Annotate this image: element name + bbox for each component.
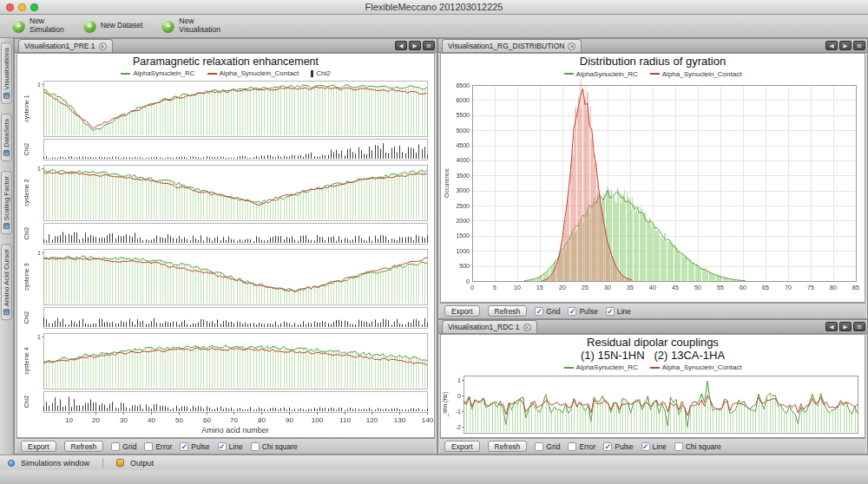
pre-controls: Export Refresh Grid Error Pulse Line Chi… [16, 438, 435, 454]
chi-square-checkbox[interactable]: Chi square [251, 442, 298, 451]
sidebar-item-label: Amino Acid Cursor [3, 249, 10, 306]
sidebar-item-visualisations[interactable]: Visualisations [1, 43, 12, 104]
checkbox-box[interactable] [535, 307, 543, 316]
window-close-button[interactable] [6, 3, 14, 11]
grid-checkbox[interactable]: Grid [535, 307, 560, 316]
checkbox-label: Chi square [262, 442, 298, 451]
tab-label: Visualisation1_RG_DISTRIBUTION [448, 42, 564, 50]
tab-list-button[interactable]: ⊞ [423, 41, 435, 50]
checkbox-box[interactable] [606, 307, 615, 316]
tab-visualisation1-rdc1[interactable]: Visualisation1_RDC 1 × [442, 320, 537, 333]
pulse-checkbox[interactable]: Pulse [603, 442, 633, 451]
side-tab-strip: Visualisations DataSets Scaling Factor A… [0, 38, 14, 455]
tab-close-icon[interactable]: × [568, 43, 575, 50]
line-checkbox[interactable]: Line [218, 442, 243, 451]
error-checkbox[interactable]: Error [144, 442, 172, 451]
legend-bar-icon [311, 70, 313, 77]
tab-scroll-left-button[interactable]: ◀ [825, 322, 838, 331]
sidebar-item-scaling-factor[interactable]: Scaling Factor [1, 171, 12, 234]
checkbox-label: Error [155, 442, 172, 451]
legend-label: AlphaSynuclein_RC [576, 363, 638, 371]
rg-chart-area: Distribution radius of gyration AlphaSyn… [440, 53, 865, 303]
new-visualisation-button[interactable]: + New Visualisation [161, 17, 220, 35]
legend-label: Alpha_Synuclein_Contact [662, 70, 742, 78]
checkbox-label: Line [617, 307, 631, 316]
rdc-panel: Visualisation1_RDC 1 × ◀ ▶ ⊞ Residual di… [437, 319, 868, 455]
refresh-button[interactable]: Refresh [488, 441, 528, 452]
export-button[interactable]: Export [444, 305, 480, 317]
sidebar-item-amino-acid-cursor[interactable]: Amino Acid Cursor [1, 244, 12, 320]
tab-close-icon[interactable]: × [99, 43, 107, 50]
rdc-tabbar: Visualisation1_RDC 1 × ◀ ▶ ⊞ [438, 320, 867, 334]
window-zoom-button[interactable] [30, 3, 38, 11]
export-button[interactable]: Export [444, 441, 480, 452]
pre-chart-canvas[interactable] [17, 79, 434, 436]
tab-visualisation1-pre1[interactable]: Visualisation1_PRE 1 × [18, 39, 113, 52]
error-checkbox[interactable]: Error [568, 442, 595, 451]
tab-visualisation1-rg-distribution[interactable]: Visualisation1_RG_DISTRIBUTION × [442, 39, 582, 52]
legend-label: AlphaSynuclein_RC [133, 69, 194, 77]
checkbox-box[interactable] [180, 442, 188, 451]
tab-scroll-left-button[interactable]: ◀ [395, 41, 407, 50]
grid-checkbox[interactable]: Grid [535, 442, 560, 451]
checkbox-box[interactable] [144, 442, 153, 451]
chi-square-checkbox[interactable]: Chi square [674, 442, 721, 451]
refresh-button[interactable]: Refresh [64, 441, 104, 452]
checkbox-box[interactable] [218, 442, 227, 451]
legend-label: Alpha_Synuclein_Contact [662, 363, 742, 371]
rdc-chart-canvas[interactable] [441, 373, 865, 435]
new-simulation-button[interactable]: + New Simulation [12, 17, 64, 35]
sidebar-item-datasets[interactable]: DataSets [1, 114, 12, 161]
line-checkbox[interactable]: Line [641, 442, 667, 451]
tab-list-button[interactable]: ⊞ [853, 322, 865, 331]
simulations-window-toggle[interactable]: Simulations window [21, 459, 89, 468]
legend-line-red-icon [650, 367, 660, 369]
tab-scroll-right-button[interactable]: ▶ [839, 41, 852, 50]
window-minimize-button[interactable] [18, 3, 26, 11]
checkbox-box[interactable] [641, 442, 650, 451]
checkbox-box[interactable] [251, 442, 260, 451]
tab-close-icon[interactable]: × [523, 324, 531, 331]
rdc-chart-title-line1: Residual dipolar couplings [441, 335, 865, 350]
status-bar: Simulations window Output [0, 455, 868, 470]
pre-legend: AlphaSynuclein_RC Alpha_Synuclein_Contac… [17, 68, 434, 79]
new-visualisation-label-2: Visualisation [179, 26, 220, 35]
tab-scroll-right-button[interactable]: ▶ [409, 41, 421, 50]
scaling-factor-icon [3, 223, 10, 229]
simulations-window-icon [8, 460, 15, 467]
line-checkbox[interactable]: Line [606, 307, 631, 316]
checkbox-box[interactable] [568, 442, 576, 451]
output-toggle[interactable]: Output [130, 459, 154, 468]
checkbox-label: Chi square [686, 442, 721, 451]
visualisations-icon [3, 93, 10, 99]
checkbox-label: Pulse [191, 442, 209, 451]
checkbox-box[interactable] [603, 442, 612, 451]
refresh-button[interactable]: Refresh [488, 305, 528, 317]
pre-chart-area: Paramagnetic relaxation enhancement Alph… [16, 53, 435, 438]
legend-line-red-icon [650, 73, 660, 75]
checkbox-box[interactable] [568, 307, 576, 316]
tab-list-button[interactable]: ⊞ [853, 41, 865, 50]
legend-line-green-icon [564, 73, 574, 75]
rdc-controls: Export Refresh Grid Error Pulse Line Chi… [440, 438, 865, 454]
new-dataset-button[interactable]: + New Dataset [83, 20, 143, 33]
rg-chart-canvas[interactable] [441, 80, 865, 298]
sidebar-item-label: Scaling Factor [3, 176, 10, 220]
tab-scroll-left-button[interactable]: ◀ [825, 41, 838, 50]
pulse-checkbox[interactable]: Pulse [568, 307, 597, 316]
rdc-chart-title-line2: (1) 15N-1HN (2) 13CA-1HA [441, 350, 865, 363]
pulse-checkbox[interactable]: Pulse [180, 442, 209, 451]
checkbox-box[interactable] [535, 442, 543, 451]
grid-checkbox[interactable]: Grid [111, 442, 136, 451]
new-simulation-icon: + [12, 20, 25, 33]
checkbox-label: Error [579, 442, 595, 451]
legend-line-red-icon [207, 73, 217, 75]
sidebar-item-label: DataSets [3, 119, 10, 147]
checkbox-box[interactable] [111, 442, 120, 451]
export-button[interactable]: Export [21, 441, 56, 452]
new-dataset-icon: + [83, 20, 96, 33]
checkbox-box[interactable] [674, 442, 683, 451]
tab-scroll-right-button[interactable]: ▶ [839, 322, 852, 331]
main-toolbar: + New Simulation + New Dataset + New Vis… [0, 15, 868, 38]
legend-label: Alpha_Synuclein_Contact [220, 69, 299, 77]
